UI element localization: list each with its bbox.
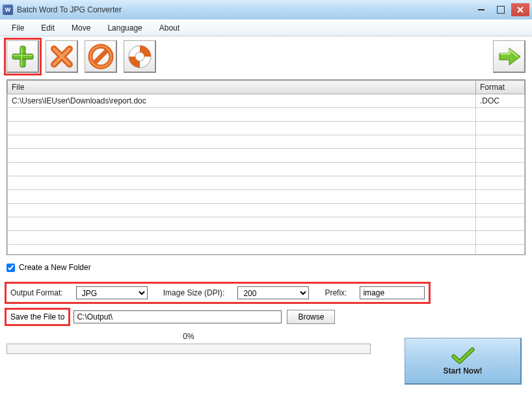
close-button[interactable] bbox=[511, 3, 529, 16]
toolbar bbox=[0, 36, 532, 77]
table-row[interactable] bbox=[8, 122, 525, 135]
cell-format bbox=[476, 217, 525, 231]
save-to-label: Save the File to bbox=[7, 310, 68, 324]
table-row[interactable] bbox=[8, 108, 525, 122]
arrow-right-icon bbox=[496, 44, 522, 70]
minimize-button[interactable] bbox=[472, 3, 490, 16]
svg-rect-4 bbox=[21, 47, 22, 66]
column-format[interactable]: Format bbox=[476, 81, 525, 94]
start-button[interactable]: Start Now! bbox=[405, 338, 522, 385]
menu-edit[interactable]: Edit bbox=[33, 21, 62, 35]
app-icon: W bbox=[3, 5, 13, 15]
options-panel: Create a New Folder Output Format: JPG I… bbox=[0, 255, 532, 327]
maximize-button[interactable] bbox=[492, 3, 510, 16]
menu-move[interactable]: Move bbox=[64, 21, 98, 35]
cell-format bbox=[476, 149, 525, 163]
add-button[interactable] bbox=[7, 40, 39, 73]
checkmark-icon bbox=[451, 347, 475, 365]
new-folder-label: Create a New Folder bbox=[19, 263, 91, 272]
new-folder-checkbox[interactable] bbox=[7, 264, 15, 272]
progress-bar bbox=[7, 344, 371, 354]
cell-file bbox=[8, 149, 476, 163]
output-options-group: Output Format: JPG Image Size (DPI): 200… bbox=[7, 284, 429, 302]
progress-percent: 0% bbox=[7, 332, 371, 341]
table-row[interactable] bbox=[8, 245, 525, 256]
cell-format bbox=[476, 245, 525, 256]
lifebuoy-icon bbox=[127, 44, 153, 70]
cell-file bbox=[8, 217, 476, 231]
x-icon bbox=[49, 44, 75, 70]
cell-format bbox=[476, 176, 525, 190]
table-row[interactable] bbox=[8, 176, 525, 190]
help-button[interactable] bbox=[124, 40, 156, 73]
cell-file bbox=[8, 108, 476, 122]
table-row[interactable] bbox=[8, 204, 525, 217]
output-format-select[interactable]: JPG bbox=[76, 286, 148, 299]
start-label: Start Now! bbox=[444, 366, 483, 375]
column-file[interactable]: File bbox=[8, 81, 476, 94]
menu-about[interactable]: About bbox=[152, 21, 187, 35]
output-format-label: Output Format: bbox=[10, 288, 63, 297]
cell-file bbox=[8, 231, 476, 245]
menu-file[interactable]: File bbox=[4, 21, 32, 35]
forbidden-icon bbox=[88, 44, 114, 70]
clear-button[interactable] bbox=[85, 40, 117, 73]
cell-file bbox=[8, 135, 476, 149]
browse-button[interactable]: Browse bbox=[287, 310, 335, 324]
menu-language[interactable]: Language bbox=[100, 21, 150, 35]
table-row[interactable] bbox=[8, 163, 525, 176]
cell-file: C:\Users\IEUser\Downloads\report.doc bbox=[8, 94, 476, 108]
table-row[interactable] bbox=[8, 149, 525, 163]
cell-file bbox=[8, 176, 476, 190]
table-row[interactable] bbox=[8, 231, 525, 245]
cell-format: .DOC bbox=[476, 94, 525, 108]
cell-format bbox=[476, 108, 525, 122]
svg-point-10 bbox=[135, 52, 144, 61]
cell-file bbox=[8, 163, 476, 176]
window-title: Batch Word To JPG Converter bbox=[17, 5, 471, 14]
cell-format bbox=[476, 135, 525, 149]
svg-line-7 bbox=[94, 50, 107, 63]
file-table[interactable]: File Format C:\Users\IEUser\Downloads\re… bbox=[7, 79, 525, 255]
titlebar: W Batch Word To JPG Converter bbox=[0, 0, 532, 20]
prefix-input[interactable] bbox=[360, 286, 425, 299]
table-row[interactable]: C:\Users\IEUser\Downloads\report.doc.DOC bbox=[8, 94, 525, 108]
table-row[interactable] bbox=[8, 135, 525, 149]
cell-format bbox=[476, 122, 525, 135]
table-row[interactable] bbox=[8, 190, 525, 204]
cell-file bbox=[8, 204, 476, 217]
cell-file bbox=[8, 245, 476, 256]
svg-rect-5 bbox=[13, 55, 33, 56]
table-row[interactable] bbox=[8, 217, 525, 231]
save-path-input[interactable] bbox=[73, 310, 282, 323]
next-button[interactable] bbox=[493, 40, 525, 73]
dpi-label: Image Size (DPI): bbox=[163, 288, 225, 297]
cell-file bbox=[8, 190, 476, 204]
remove-button[interactable] bbox=[46, 40, 78, 73]
prefix-label: Prefix: bbox=[325, 288, 347, 297]
cell-format bbox=[476, 190, 525, 204]
dpi-select[interactable]: 200 bbox=[237, 286, 309, 299]
cell-format bbox=[476, 163, 525, 176]
cell-format bbox=[476, 231, 525, 245]
menubar: File Edit Move Language About bbox=[0, 20, 532, 36]
plus-icon bbox=[10, 44, 36, 70]
cell-format bbox=[476, 204, 525, 217]
cell-file bbox=[8, 122, 476, 135]
